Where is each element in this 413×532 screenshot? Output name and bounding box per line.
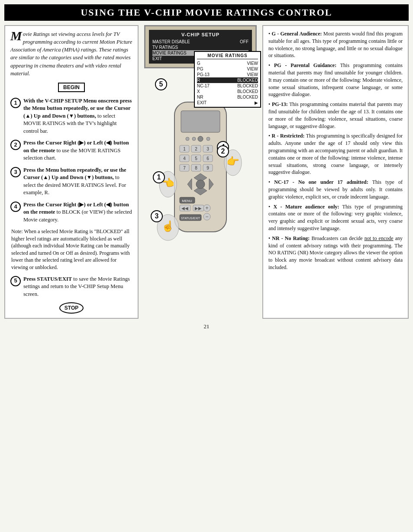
begin-center: BEGIN xyxy=(10,81,132,94)
tv-menu-title: V-CHIP SETUP xyxy=(152,32,248,37)
step-5: 5 Press STATUS/EXIT to save the Movie Ra… xyxy=(10,276,132,298)
step-1-bold: With the V-CHIP SETUP Menu onscreen pres… xyxy=(23,98,132,119)
label-nc17: NC-17 - No one under 17 admitted: xyxy=(274,179,368,185)
mr-row-nc17: NC-17BLOCKED xyxy=(197,83,258,89)
svg-text:4: 4 xyxy=(183,156,186,161)
tv-area: V-CHIP SETUP MASTER DISABLE OFF TV RATIN… xyxy=(144,25,257,72)
page: Using the V-Chip Movie Ratings Control M… xyxy=(0,0,413,532)
movie-ratings-float: MOVIE RATINGS GVIEW PGVIEW PG-13VIEW RBL… xyxy=(194,51,261,108)
middle-column: V-CHIP SETUP MASTER DISABLE OFF TV RATIN… xyxy=(142,25,259,319)
svg-point-2 xyxy=(186,137,189,141)
step-4-text: Press the Cursor Right (▶) or Left (◀) b… xyxy=(23,201,132,224)
label-nr: NR - No Rating: xyxy=(272,235,310,241)
step-2-number: 2 xyxy=(10,140,21,150)
step-3: 3 Press the Menu button repeatedly, or u… xyxy=(10,167,132,197)
step-2-text: Press the Cursor Right (▶) or Left (◀) b… xyxy=(23,139,132,162)
right-column: • G - General Audience: Most parents wou… xyxy=(262,25,409,319)
svg-text:6: 6 xyxy=(206,156,209,161)
step-3-number: 3 xyxy=(10,167,21,177)
begin-badge: BEGIN xyxy=(58,83,85,92)
step-3-bold: Press the Menu button repeatedly, or use… xyxy=(23,167,126,181)
header-title: Using the V-Chip Movie Ratings Control xyxy=(81,7,332,18)
stop-badge: STOP xyxy=(59,302,84,314)
label-pg: PG - Parental Guidance: xyxy=(274,62,336,68)
left-column: Movie Ratings set viewing access levels … xyxy=(4,25,139,319)
mr-row-exit: EXIT▶ xyxy=(197,100,258,106)
step-1-number: 1 xyxy=(10,98,21,108)
label-2: 2 xyxy=(217,145,229,157)
svg-text:9: 9 xyxy=(206,166,209,170)
step-3-text: Press the Menu button repeatedly, or use… xyxy=(23,167,132,197)
desc-nc17: • NC-17 - No one under 17 admitted: This… xyxy=(268,179,403,200)
mr-row-nr: NRBLOCKED xyxy=(197,94,258,100)
not-to-encode: not to encode xyxy=(365,235,394,241)
tv-row-1-value: OFF xyxy=(240,39,248,44)
mr-row-pg13: PG-13VIEW xyxy=(197,72,258,77)
label-g: G - General Audience: xyxy=(272,31,322,37)
tv-menu-row-2: TV RATINGS xyxy=(152,45,248,50)
desc-x: • X - Mature audience only: This type of… xyxy=(268,203,403,232)
label-1: 1 xyxy=(153,171,165,183)
svg-text:+: + xyxy=(205,205,208,211)
step-4-bold: Press the Cursor Right (▶) or Left (◀) b… xyxy=(23,202,129,215)
svg-text:STATUS/EXIT: STATUS/EXIT xyxy=(181,217,200,220)
step-1: 1 With the V-CHIP SETUP Menu onscreen pr… xyxy=(10,97,132,135)
page-number: 21 xyxy=(4,323,409,330)
desc-pg13: • PG-13: This programming contains mater… xyxy=(268,101,403,130)
movie-ratings-title: MOVIE RATINGS xyxy=(197,53,258,59)
svg-text:MENU: MENU xyxy=(182,199,192,203)
step-1-text: With the V-CHIP SETUP Menu onscreen pres… xyxy=(23,97,132,135)
intro-text: Movie Ratings set viewing access levels … xyxy=(10,30,132,77)
svg-rect-1 xyxy=(181,111,220,132)
note-text: Note: When a selected Movie Rating is "B… xyxy=(11,228,132,271)
desc-nr: • NR - No Rating: Broadcasters can decid… xyxy=(268,235,403,271)
desc-r: • R - Restricted: This programming is sp… xyxy=(268,132,403,176)
label-x: X - Mature audience only: xyxy=(274,204,339,210)
svg-text:3: 3 xyxy=(206,147,209,151)
svg-text:−: − xyxy=(205,214,208,220)
svg-point-4 xyxy=(198,136,203,141)
svg-text:8: 8 xyxy=(195,166,197,170)
step-5-text: Press STATUS/EXIT to save the Movie Rati… xyxy=(23,276,132,298)
step-2-bold: Press the Cursor Right (▶) or Left (◀) b… xyxy=(23,140,129,154)
mr-row-x: XBLOCKED xyxy=(197,89,258,94)
desc-g: • G - General Audience: Most parents wou… xyxy=(268,30,403,59)
svg-text:1: 1 xyxy=(183,147,186,151)
drop-cap: M xyxy=(10,30,22,42)
label-pg13: PG-13: xyxy=(272,101,288,107)
svg-text:5: 5 xyxy=(195,156,197,161)
svg-text:☝: ☝ xyxy=(161,220,174,232)
step-5-number: 5 xyxy=(10,276,21,286)
step-4: 4 Press the Cursor Right (▶) or Left (◀)… xyxy=(10,201,132,224)
svg-text:▶▶: ▶▶ xyxy=(195,206,202,211)
svg-text:👉: 👉 xyxy=(226,155,239,167)
svg-point-28 xyxy=(196,180,205,189)
tv-row-3-label: MOVIE RATINGS xyxy=(152,51,187,55)
tv-row-4-label: EXIT xyxy=(152,56,162,61)
ratings-descriptions: • G - General Audience: Most parents wou… xyxy=(268,30,403,271)
svg-text:◀◀: ◀◀ xyxy=(181,206,188,211)
tv-row-1-label: MASTER DISABLE xyxy=(152,39,190,44)
stop-center: STOP xyxy=(10,302,132,314)
label-5: 5 xyxy=(155,78,167,90)
tv-menu-row-1: MASTER DISABLE OFF xyxy=(152,39,248,45)
mr-row-pg: PGVIEW xyxy=(197,66,258,72)
label-3: 3 xyxy=(151,210,163,222)
svg-point-5 xyxy=(206,137,210,141)
svg-text:7: 7 xyxy=(183,166,186,170)
svg-text:2: 2 xyxy=(195,147,197,151)
page-header: Using the V-Chip Movie Ratings Control xyxy=(4,4,409,21)
main-content: Movie Ratings set viewing access levels … xyxy=(4,25,409,319)
mr-row-r: RBLOCKED xyxy=(197,77,258,83)
svg-point-3 xyxy=(192,137,196,141)
mr-row-g: GVIEW xyxy=(197,61,258,66)
step-2: 2 Press the Cursor Right (▶) or Left (◀)… xyxy=(10,139,132,162)
tv-row-2-label: TV RATINGS xyxy=(152,45,178,50)
intro-body: ovie Ratings set viewing access levels f… xyxy=(10,31,132,77)
label-r: R - Restricted: xyxy=(272,133,305,139)
desc-pg: • PG - Parental Guidance: This programmi… xyxy=(268,62,403,98)
step-5-bold: Press STATUS/EXIT xyxy=(23,276,72,282)
step-4-number: 4 xyxy=(10,202,21,212)
